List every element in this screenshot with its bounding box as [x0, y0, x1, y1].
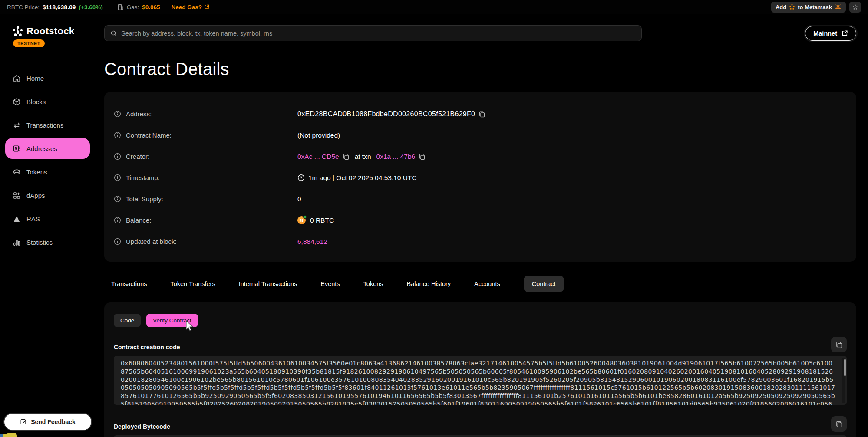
add-to-metamask-button[interactable]: Add to Metamask — [771, 2, 846, 13]
metamask-fox-icon — [835, 4, 842, 10]
tab-tokens[interactable]: Tokens — [363, 280, 383, 287]
creation-code-text: 0x608060405234801561000f575f5ffd5b506004… — [121, 360, 835, 405]
detail-row-total-supply: Total Supply: 0 — [114, 188, 847, 210]
tab-transactions[interactable]: Transactions — [111, 280, 147, 287]
info-icon — [114, 153, 121, 160]
tab-balance-history[interactable]: Balance History — [407, 280, 451, 287]
sidebar-item-statistics[interactable]: Statistics — [0, 230, 96, 254]
external-link-icon — [842, 30, 848, 36]
sidebar-item-label: Home — [26, 75, 44, 82]
topbar-actions: Add to Metamask — [771, 2, 861, 13]
sidebar-item-label: RAS — [26, 215, 40, 223]
corner-decoration — [0, 433, 20, 437]
bar-chart-icon — [12, 238, 21, 246]
sidebar-item-label: Statistics — [26, 239, 53, 246]
contract-name-value: (Not provided) — [297, 131, 340, 139]
sidebar: Rootstock TESTNET Home — [0, 14, 96, 437]
contract-code-card: Code Verify Contract Contract creation c… — [104, 302, 856, 437]
info-icon — [114, 217, 121, 224]
home-icon — [12, 74, 21, 82]
scrollbar-thumb[interactable] — [844, 359, 846, 376]
mountain-icon — [12, 214, 21, 223]
deployed-bytecode-block[interactable]: 0x608060405234801561000f575f5ffd5b506040… — [114, 435, 847, 437]
address-card-icon — [12, 144, 21, 153]
detail-row-address: Address: 0xED28BCAD0B1088FbdbeDD00260BC0… — [114, 103, 847, 125]
tab-token-transfers[interactable]: Token Transfers — [170, 280, 215, 287]
search-icon — [110, 30, 117, 37]
gas-group: Gas: $0.065 — [118, 4, 160, 10]
sidebar-item-ras[interactable]: RAS — [0, 207, 96, 230]
info-icon — [114, 174, 121, 181]
contract-details-card: Address: 0xED28BCAD0B1088FbdbeDD00260BC0… — [104, 92, 856, 262]
sidebar-item-home[interactable]: Home — [0, 66, 96, 90]
gas-value: $0.065 — [142, 4, 160, 10]
rbtc-coin-icon: B — [297, 216, 306, 224]
external-link-icon — [204, 4, 209, 10]
grid-plus-icon — [12, 191, 21, 200]
creation-code-block[interactable]: 0x608060405234801561000f575f5ffd5b506004… — [114, 356, 847, 405]
detail-label: Contract Name: — [126, 131, 172, 139]
to-metamask-label: to Metamask — [798, 4, 832, 10]
detail-row-timestamp: Timestamp: 1m ago | Oct 02 2025 04:53:10… — [114, 167, 847, 188]
timestamp-value: 1m ago | Oct 02 2025 04:53:10 UTC — [308, 174, 417, 182]
rbtc-price-change: (+3.60%) — [79, 4, 103, 10]
rootstock-glyph-icon — [852, 4, 858, 10]
creation-code-label: Contract creation code — [114, 344, 180, 352]
network-selector-button[interactable]: Mainnet — [805, 26, 856, 41]
transfer-arrows-icon — [12, 121, 21, 129]
send-feedback-button[interactable]: Send Feedback — [4, 414, 91, 430]
copy-creation-code-button[interactable] — [831, 337, 847, 352]
need-gas-link[interactable]: Need Gas? — [172, 4, 210, 10]
detail-label: Address: — [126, 110, 152, 118]
info-icon — [114, 238, 121, 245]
detail-row-contract-name: Contract Name: (Not provided) — [114, 125, 847, 146]
copy-icon[interactable] — [419, 153, 426, 160]
address-value: 0xED28BCAD0B1088FbdbeDD00260BC05f521B629… — [297, 110, 475, 118]
search-input[interactable] — [121, 30, 636, 37]
sidebar-item-dapps[interactable]: dApps — [0, 184, 96, 207]
tab-events[interactable]: Events — [320, 280, 340, 287]
sidebar-nav: Home Blocks Transa — [0, 66, 96, 254]
sidebar-item-label: dApps — [26, 192, 45, 199]
detail-row-balance: Balance: B 0 RBTC — [114, 210, 847, 231]
rootstock-logo-icon — [12, 26, 23, 37]
sidebar-item-tokens[interactable]: Tokens — [0, 160, 96, 184]
detail-row-updated-block: Updated at block: 6,884,612 — [114, 231, 847, 252]
page-title: Contract Details — [104, 59, 856, 79]
add-label: Add — [776, 4, 786, 10]
sidebar-item-label: Addresses — [26, 145, 57, 152]
copy-icon[interactable] — [479, 111, 485, 118]
copy-icon[interactable] — [343, 153, 350, 160]
coin-icon — [12, 168, 21, 176]
info-icon — [114, 110, 121, 118]
sidebar-item-label: Tokens — [26, 168, 47, 176]
deployed-bytecode-label: Deployed Bytecode — [114, 423, 170, 432]
rootstock-widget-button[interactable] — [849, 2, 861, 13]
sidebar-item-addresses[interactable]: Addresses — [5, 138, 90, 159]
brand: Rootstock TESTNET — [0, 26, 96, 47]
copy-bytecode-button[interactable] — [831, 416, 847, 432]
updated-block-link[interactable]: 6,884,612 — [297, 238, 327, 246]
send-feedback-label: Send Feedback — [31, 418, 76, 425]
address-tabs: Transactions Token Transfers Internal Tr… — [104, 276, 856, 292]
detail-row-creator: Creator: 0xAc ... CD5e at txn 0x1a ... 4… — [114, 146, 847, 167]
tab-internal-transactions[interactable]: Internal Transactions — [239, 280, 297, 287]
rbtc-price-value: $118,638.09 — [43, 4, 76, 10]
creator-address-link[interactable]: 0xAc ... CD5e — [297, 153, 339, 161]
copy-icon — [835, 421, 843, 428]
tab-contract[interactable]: Contract — [524, 276, 564, 292]
verify-contract-button[interactable]: Verify Contract — [146, 314, 198, 327]
total-supply-value: 0 — [297, 195, 301, 203]
creation-txn-link[interactable]: 0x1a ... 47b6 — [376, 153, 416, 161]
sidebar-item-transactions[interactable]: Transactions — [0, 113, 96, 137]
at-txn-label: at txn — [355, 153, 371, 161]
balance-value: 0 RBTC — [310, 217, 334, 224]
gas-label: Gas: — [127, 4, 139, 10]
code-button[interactable]: Code — [114, 314, 141, 327]
detail-label: Total Supply: — [126, 195, 163, 203]
tab-accounts[interactable]: Accounts — [474, 280, 500, 287]
sidebar-item-blocks[interactable]: Blocks — [0, 90, 96, 113]
detail-label: Creator: — [126, 153, 149, 160]
testnet-badge: TESTNET — [13, 39, 45, 47]
search-bar[interactable] — [104, 25, 642, 41]
